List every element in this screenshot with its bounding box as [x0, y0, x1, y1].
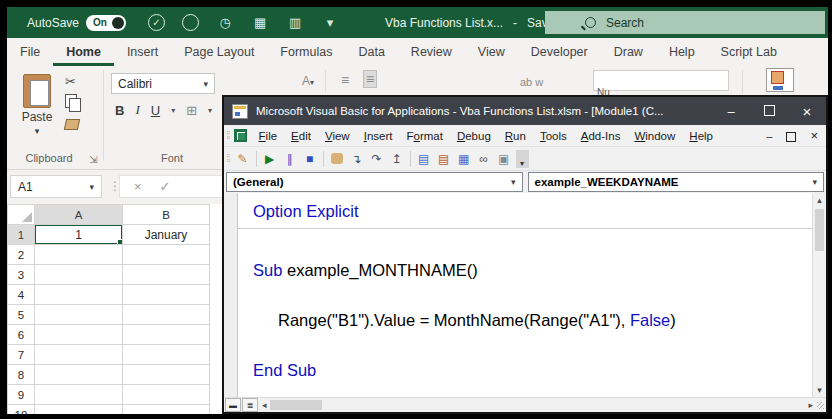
row-header-4[interactable]: 4 — [8, 285, 35, 305]
tab-file[interactable]: File — [7, 38, 53, 66]
cell-a9[interactable] — [35, 385, 123, 405]
code-blank-line[interactable] — [238, 283, 812, 308]
tab-page-layout[interactable]: Page Layout — [171, 38, 267, 66]
vba-menu-tools[interactable]: Tools — [533, 130, 574, 142]
vba-menu-help[interactable]: Help — [682, 130, 720, 142]
cell-b4[interactable] — [123, 285, 210, 305]
vba-menu-window[interactable]: Window — [627, 130, 682, 142]
tab-help[interactable]: Help — [656, 38, 708, 66]
row-header-2[interactable]: 2 — [8, 245, 35, 265]
scroll-left-icon[interactable]: ◂ — [262, 400, 267, 410]
toolbar-grip-icon[interactable]: ⁞⁞ — [226, 153, 230, 164]
code-blank-line[interactable] — [238, 333, 812, 358]
row-header-1[interactable]: 1 — [8, 225, 35, 245]
cell-b3[interactable] — [123, 265, 210, 285]
vba-menu-insert[interactable]: Insert — [357, 130, 400, 142]
autosave-control[interactable]: AutoSave On — [27, 15, 126, 31]
object-combo[interactable]: (General) ▾ — [226, 172, 523, 192]
align-center-hint-icon[interactable]: ≡ — [363, 70, 377, 88]
row-header-6[interactable]: 6 — [8, 325, 35, 345]
vba-menu-file[interactable]: File — [252, 130, 285, 142]
step-over-icon[interactable]: ↷ — [367, 150, 387, 168]
align-left-hint-icon[interactable]: ≡ — [341, 72, 349, 88]
vba-menu-view[interactable]: View — [318, 130, 357, 142]
code-line[interactable]: Sub example_MONTHNAME() — [238, 258, 812, 283]
font-name-combo[interactable]: Calibri ▾ — [111, 73, 215, 94]
vba-menu-addins[interactable]: Add-Ins — [574, 130, 628, 142]
vba-titlebar[interactable]: Microsoft Visual Basic for Applications … — [224, 97, 826, 125]
vba-menu-edit[interactable]: Edit — [284, 130, 318, 142]
column-header-b[interactable]: B — [123, 205, 210, 225]
tab-draw[interactable]: Draw — [601, 38, 656, 66]
mdi-restore-button[interactable] — [786, 132, 796, 142]
procedure-view-button[interactable]: ▬ — [225, 398, 241, 412]
row-header-5[interactable]: 5 — [8, 305, 35, 325]
toggle-breakpoint-hand-icon[interactable] — [327, 150, 347, 168]
cut-button[interactable]: ✂ — [65, 74, 76, 89]
conditional-formatting-icon[interactable] — [766, 68, 794, 92]
cell-b7[interactable] — [123, 345, 210, 365]
underline-caret-icon[interactable]: ▾ — [171, 106, 175, 115]
break-icon[interactable]: ∥ — [280, 150, 300, 168]
vba-menu-debug[interactable]: Debug — [450, 130, 498, 142]
format-painter-button[interactable] — [65, 118, 79, 133]
design-mode-icon[interactable]: ✎ — [233, 150, 253, 168]
mdi-minimize-button[interactable]: – — [766, 130, 772, 142]
vba-close-button[interactable]: × — [788, 103, 826, 120]
vertical-scroll-thumb[interactable] — [815, 209, 824, 251]
code-editor[interactable]: Option ExplicitSub example_MONTHNAME()Ra… — [238, 193, 812, 397]
call-stack-icon[interactable]: ▣ — [494, 150, 514, 168]
select-all-corner[interactable] — [8, 205, 35, 225]
code-line[interactable]: Option Explicit — [238, 199, 812, 224]
cell-a8[interactable] — [35, 365, 123, 385]
cell-b10[interactable] — [123, 405, 210, 415]
column-header-a[interactable]: A — [35, 205, 123, 225]
name-box[interactable]: A1 ▾ — [10, 175, 102, 198]
row-header-7[interactable]: 7 — [8, 345, 35, 365]
name-box-caret-icon[interactable]: ▾ — [89, 182, 94, 192]
row-header-10[interactable]: 10 — [8, 405, 35, 415]
cell-a4[interactable] — [35, 285, 123, 305]
cell-a5[interactable] — [35, 305, 123, 325]
cell-b8[interactable] — [123, 365, 210, 385]
tab-data[interactable]: Data — [345, 38, 397, 66]
code-horizontal-scrollbar[interactable]: ▬ ≣ ◂ ▸ — [224, 397, 826, 412]
cell-b6[interactable] — [123, 325, 210, 345]
run-icon[interactable]: ▶ — [260, 150, 280, 168]
code-vertical-scrollbar[interactable]: ▴ ▾ — [812, 193, 826, 397]
cell-b2[interactable] — [123, 245, 210, 265]
save-check-icon[interactable]: ✓ — [148, 14, 165, 31]
row-header-8[interactable]: 8 — [8, 365, 35, 385]
mdi-close-button[interactable]: × — [810, 128, 818, 143]
clock-icon[interactable]: ◷ — [216, 14, 234, 32]
cell-b9[interactable] — [123, 385, 210, 405]
copy-button[interactable] — [65, 94, 77, 111]
full-module-view-button[interactable]: ≣ — [242, 398, 258, 412]
underline-button[interactable]: U — [151, 103, 160, 118]
scroll-up-icon[interactable]: ▴ — [817, 195, 822, 205]
bold-button[interactable]: B — [115, 103, 124, 118]
vba-menu-format[interactable]: Format — [399, 130, 449, 142]
cell-b1[interactable]: January — [123, 225, 210, 245]
wrap-text-hint[interactable]: ab w — [520, 76, 543, 88]
paste-dropdown-icon[interactable]: ▾ — [17, 126, 57, 136]
scroll-down-icon[interactable]: ▾ — [817, 385, 822, 395]
code-margin-indicator-bar[interactable] — [224, 193, 238, 397]
cell-a3[interactable] — [35, 265, 123, 285]
menubar-grip-icon[interactable]: ⁞⁞ — [226, 130, 230, 141]
row-header-3[interactable]: 3 — [8, 265, 35, 285]
search-input[interactable]: Search — [545, 11, 825, 34]
cell-a10[interactable] — [35, 405, 123, 415]
borders-button[interactable]: ⊞ — [186, 103, 197, 118]
vba-menu-run[interactable]: Run — [498, 130, 533, 142]
enter-icon[interactable]: ✓ — [160, 179, 171, 194]
cell-a2[interactable] — [35, 245, 123, 265]
resize-grip-icon[interactable] — [813, 399, 826, 411]
vba-minimize-button[interactable]: – — [712, 104, 750, 119]
code-line[interactable]: End Sub — [238, 358, 812, 383]
locals-window-icon[interactable]: ▤ — [414, 150, 434, 168]
cancel-icon[interactable]: × — [134, 179, 142, 194]
quick-watch-icon[interactable]: ∞ — [474, 150, 494, 168]
tab-developer[interactable]: Developer — [518, 38, 601, 66]
procedure-combo[interactable]: example_WEEKDAYNAME ▾ — [528, 172, 825, 192]
